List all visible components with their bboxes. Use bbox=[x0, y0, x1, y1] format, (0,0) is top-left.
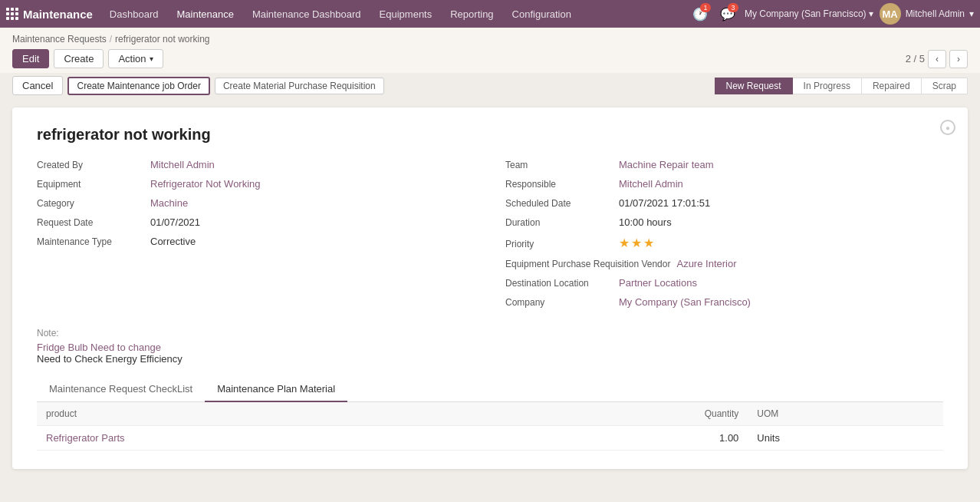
status-new-request[interactable]: New Request bbox=[715, 78, 793, 94]
navbar: Maintenance Dashboard Maintenance Mainte… bbox=[0, 0, 980, 28]
value-responsible[interactable]: Mitchell Admin bbox=[619, 178, 683, 190]
favorite-button[interactable]: ● bbox=[940, 120, 955, 135]
field-priority: Priority ★ ★ ★ bbox=[505, 236, 943, 250]
value-category[interactable]: Machine bbox=[150, 197, 188, 209]
field-responsible: Responsible Mitchell Admin bbox=[505, 178, 943, 190]
value-maintenance-type: Corrective bbox=[150, 236, 196, 247]
edit-button[interactable]: Edit bbox=[12, 49, 49, 68]
tab-checklist[interactable]: Maintenance Request CheckList bbox=[37, 377, 205, 402]
note-line-1: Fridge Bulb Need to change bbox=[37, 342, 943, 353]
message-button[interactable]: 💬 3 bbox=[717, 3, 738, 25]
status-repaired[interactable]: Repaired bbox=[861, 78, 922, 94]
value-duration: 10:00 hours bbox=[619, 216, 672, 228]
record-title: refrigerator not working bbox=[37, 126, 943, 144]
field-scheduled-date: Scheduled Date 01/07/2021 17:01:51 bbox=[505, 197, 943, 209]
field-category: Category Machine bbox=[37, 197, 475, 209]
breadcrumb: Maintenance Requests / refrigerator not … bbox=[0, 28, 980, 45]
label-equipment: Equipment bbox=[37, 179, 144, 190]
app-brand[interactable]: Maintenance bbox=[6, 8, 93, 21]
action-label: Action bbox=[118, 53, 146, 64]
product-link[interactable]: Refrigerator Parts bbox=[46, 432, 125, 444]
nav-maintenance-dashboard[interactable]: Maintenance Dashboard bbox=[245, 4, 369, 25]
company-name: My Company (San Francisco) bbox=[745, 8, 867, 19]
breadcrumb-current: refrigerator not working bbox=[115, 34, 209, 45]
label-team: Team bbox=[505, 160, 613, 170]
notes-section: Note: Fridge Bulb Need to change Need to… bbox=[37, 328, 943, 365]
status-in-progress[interactable]: In Progress bbox=[792, 78, 862, 94]
field-request-date: Request Date 01/07/2021 bbox=[37, 216, 475, 228]
value-equipment[interactable]: Refrigerator Not Working bbox=[150, 178, 261, 190]
action-button[interactable]: Action ▾ bbox=[108, 49, 163, 68]
nav-dashboard[interactable]: Dashboard bbox=[102, 4, 166, 25]
nav-configuration[interactable]: Configuration bbox=[505, 4, 579, 25]
content-area: ● refrigerator not working Created By Mi… bbox=[0, 98, 980, 478]
create-purchase-button[interactable]: Create Material Purchase Requisition bbox=[215, 78, 384, 94]
label-company: Company bbox=[505, 297, 613, 308]
label-destination-location: Destination Location bbox=[505, 278, 613, 289]
field-company: Company My Company (San Francisco) bbox=[505, 296, 943, 308]
value-request-date: 01/07/2021 bbox=[150, 216, 200, 228]
cancel-button[interactable]: Cancel bbox=[12, 76, 63, 95]
clock-badge: 1 bbox=[700, 3, 711, 12]
note-text-1: Fridge Bulb Need to change bbox=[37, 342, 161, 353]
note-text-2: Need to Check Energy Efficiency bbox=[37, 353, 183, 365]
grid-icon bbox=[6, 8, 18, 20]
value-destination-location[interactable]: Partner Locations bbox=[619, 277, 697, 289]
value-company[interactable]: My Company (San Francisco) bbox=[619, 296, 751, 308]
clock-button[interactable]: 🕐 1 bbox=[689, 3, 711, 25]
field-eq-purchase-vendor: Equipment Purchase Requisition Vendor Az… bbox=[505, 258, 943, 269]
field-maintenance-type: Maintenance Type Corrective bbox=[37, 236, 475, 247]
pagination-text: 2 / 5 bbox=[906, 53, 925, 64]
user-name: Mitchell Admin bbox=[906, 8, 965, 19]
value-created-by[interactable]: Mitchell Admin bbox=[150, 159, 215, 170]
user-menu[interactable]: MA Mitchell Admin ▾ bbox=[880, 3, 974, 25]
field-created-by: Created By Mitchell Admin bbox=[37, 159, 475, 170]
tabs-row: Maintenance Request CheckList Maintenanc… bbox=[37, 377, 943, 402]
nav-equipments[interactable]: Equipments bbox=[372, 4, 440, 25]
label-request-date: Request Date bbox=[37, 217, 144, 228]
breadcrumb-parent[interactable]: Maintenance Requests bbox=[12, 34, 107, 45]
label-maintenance-type: Maintenance Type bbox=[37, 236, 144, 247]
cell-quantity: 1.00 bbox=[498, 426, 748, 451]
col-uom: UOM bbox=[748, 402, 943, 426]
tab-plan-material[interactable]: Maintenance Plan Material bbox=[205, 377, 347, 402]
user-avatar: MA bbox=[880, 3, 901, 25]
field-destination-location: Destination Location Partner Locations bbox=[505, 277, 943, 289]
create-button[interactable]: Create bbox=[54, 49, 104, 68]
nav-maintenance[interactable]: Maintenance bbox=[169, 4, 241, 25]
col-quantity: Quantity bbox=[498, 402, 748, 426]
prev-record-button[interactable]: ‹ bbox=[928, 50, 946, 68]
value-team[interactable]: Machine Repair team bbox=[619, 159, 714, 170]
nav-reporting[interactable]: Reporting bbox=[442, 4, 501, 25]
action-caret: ▾ bbox=[150, 54, 153, 63]
label-category: Category bbox=[37, 198, 144, 209]
priority-stars[interactable]: ★ ★ ★ bbox=[619, 236, 654, 250]
app-title: Maintenance bbox=[23, 8, 93, 21]
company-caret: ▾ bbox=[869, 8, 873, 19]
star-2: ★ bbox=[631, 236, 642, 250]
star-1: ★ bbox=[619, 236, 630, 250]
col-product: product bbox=[37, 402, 498, 426]
create-job-order-button[interactable]: Create Maintenance job Order bbox=[67, 77, 209, 95]
toolbar: Edit Create Action ▾ 2 / 5 ‹ › bbox=[0, 45, 980, 73]
label-created-by: Created By bbox=[37, 160, 144, 170]
value-scheduled-date: 01/07/2021 17:01:51 bbox=[619, 197, 710, 209]
company-selector[interactable]: My Company (San Francisco) ▾ bbox=[745, 8, 873, 19]
left-column: Created By Mitchell Admin Equipment Refr… bbox=[37, 159, 475, 315]
action-bar: Cancel Create Maintenance job Order Crea… bbox=[12, 76, 384, 95]
form-card: ● refrigerator not working Created By Mi… bbox=[12, 107, 968, 469]
right-column: Team Machine Repair team Responsible Mit… bbox=[505, 159, 943, 315]
user-caret: ▾ bbox=[969, 8, 974, 19]
label-priority: Priority bbox=[505, 239, 613, 249]
pagination-area: 2 / 5 ‹ › bbox=[906, 50, 968, 68]
form-fields: Created By Mitchell Admin Equipment Refr… bbox=[37, 159, 943, 315]
notes-content: Fridge Bulb Need to change Need to Check… bbox=[37, 342, 943, 365]
star-3: ★ bbox=[643, 236, 654, 250]
navbar-right: 🕐 1 💬 3 My Company (San Francisco) ▾ MA … bbox=[689, 3, 974, 25]
label-scheduled-date: Scheduled Date bbox=[505, 198, 613, 209]
table-row: Refrigerator Parts 1.00 Units bbox=[37, 426, 943, 451]
status-scrap[interactable]: Scrap bbox=[921, 78, 968, 94]
next-record-button[interactable]: › bbox=[949, 50, 968, 68]
value-eq-purchase-vendor[interactable]: Azure Interior bbox=[676, 258, 736, 269]
field-duration: Duration 10:00 hours bbox=[505, 216, 943, 228]
